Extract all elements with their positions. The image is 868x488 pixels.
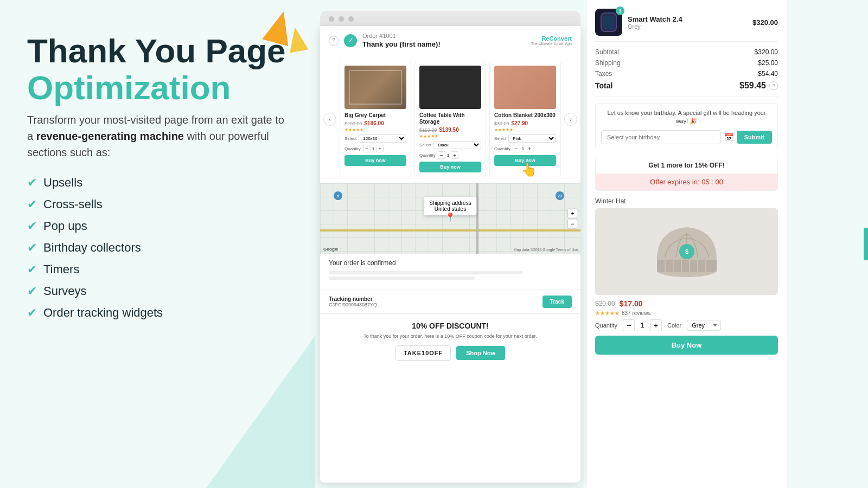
product-card-carpet: Big Grey Carpet $200.00 $186.00 ★★★★★ Se… <box>340 61 411 177</box>
carousel-next-button[interactable]: › <box>564 113 577 126</box>
map-tooltip-line2: United states <box>429 206 471 212</box>
hat-qty-plus[interactable]: + <box>650 319 662 331</box>
order-summary-header: 1 Smart Watch 2.4 Grey $320.00 <box>595 9 778 42</box>
discount-description: To thank you for your order, here is a 1… <box>329 333 572 340</box>
table-qty-minus[interactable]: − <box>438 151 445 159</box>
browser-dot-1 <box>329 16 334 22</box>
table-buy-button[interactable]: Buy now <box>419 162 481 172</box>
submit-button[interactable]: Submit <box>737 131 772 144</box>
table-qty-plus[interactable]: + <box>451 151 458 159</box>
cursor-icon: 👆 <box>521 162 537 177</box>
table-price-old: $150.00 <box>419 127 437 133</box>
feature-label-1: Upsells <box>43 176 82 190</box>
map-zoom-in[interactable]: + <box>567 209 577 219</box>
table-qty-label: Quantity <box>419 153 436 158</box>
hat-qty-control: − 1 + <box>623 319 662 331</box>
hat-stars-row: ★★★★★ 837 reviews <box>595 310 778 316</box>
carpet-price-new: $186.00 <box>365 120 384 126</box>
subtotal-value: $320.00 <box>755 48 778 56</box>
birthday-input[interactable] <box>601 130 721 144</box>
watch-quantity-badge: 1 <box>616 7 624 15</box>
map-zoom-out[interactable]: − <box>567 219 577 229</box>
map-background: 23 5 Shipping address United states 📍 + … <box>320 183 580 254</box>
map-attribution: Map data ©2018 Google Terms of Use <box>514 248 578 252</box>
check-icon-7: ✔ <box>27 306 37 320</box>
track-button[interactable]: Track <box>542 296 572 308</box>
hat-controls: Quantity − 1 + Color Grey Black White <box>595 319 778 331</box>
shipping-row: Shipping $25.00 <box>595 59 778 67</box>
right-panel: 1 Smart Watch 2.4 Grey $320.00 Subtotal … <box>586 0 787 488</box>
hat-section: Winter Hat <box>595 197 778 355</box>
shop-now-button[interactable]: Shop Now <box>456 346 505 360</box>
carpet-qty-control: − 1 + <box>363 145 384 152</box>
blanket-select[interactable]: Pink <box>508 134 556 143</box>
feature-crosssells: ✔Cross-sells <box>27 197 288 211</box>
total-info-icon[interactable]: ? <box>769 81 778 90</box>
carpet-qty-plus[interactable]: + <box>376 145 384 152</box>
google-maps-label: Google <box>323 247 339 252</box>
blanket-qty-row: Quantity − 1 + <box>494 145 556 152</box>
carpet-qty-minus[interactable]: − <box>363 145 371 152</box>
teal-edge-decoration <box>864 228 868 260</box>
total-row: Total $59.45 ? <box>595 81 778 91</box>
help-icon[interactable]: ? <box>329 36 339 46</box>
taxes-row: Taxes $54.40 <box>595 70 778 78</box>
table-select[interactable]: Black <box>433 141 481 149</box>
blanket-price-new: $27.90 <box>512 120 528 126</box>
watch-color: Grey <box>628 23 682 30</box>
birthday-input-row: 📅 Submit <box>601 130 772 144</box>
map-road-horizontal <box>320 229 580 232</box>
watch-details: Smart Watch 2.4 Grey <box>628 15 682 30</box>
check-circle: ✓ <box>344 34 357 47</box>
check-icon-1: ✔ <box>27 176 37 190</box>
feature-label-4: Birthday collectors <box>43 241 141 255</box>
feature-tracking: ✔Order tracking widgets <box>27 306 288 320</box>
offer-section: Get 1 more for 15% OFF! Offer expires in… <box>595 157 778 191</box>
carpet-image <box>344 66 406 109</box>
brand-sub: The Ultimate Upsell App <box>531 42 572 46</box>
feature-timers: ✔Timers <box>27 262 288 277</box>
hat-price-old: $20.00 <box>595 300 615 307</box>
order-header: ? ✓ Order #1001 Thank you (first name)! … <box>320 26 580 55</box>
blanket-name: Cotton Blanket 200x300 <box>494 112 556 119</box>
browser-chrome <box>320 11 580 26</box>
blanket-price-old: $30.00 <box>494 121 509 126</box>
hat-color-select[interactable]: Grey Black White <box>687 320 721 331</box>
map-section: 23 5 Shipping address United states 📍 + … <box>320 183 580 254</box>
hat-stars: ★★★★★ <box>595 310 620 316</box>
blanket-qty-label: Quantity <box>494 146 510 151</box>
table-qty-row: Quantity − 1 + <box>419 151 481 159</box>
buy-now-button[interactable]: Buy Now <box>595 336 778 355</box>
table-price-new: $139.50 <box>439 127 459 133</box>
total-value: $59.45 <box>739 81 766 91</box>
blanket-qty-plus[interactable]: + <box>526 145 533 152</box>
watch-screen <box>603 16 614 29</box>
watch-name: Smart Watch 2.4 <box>628 15 682 23</box>
carpet-select[interactable]: 120x30 <box>359 134 406 143</box>
center-panel: ? ✓ Order #1001 Thank you (first name)! … <box>315 0 586 488</box>
taxes-value: $54.40 <box>758 70 778 78</box>
carpet-qty-row: Quantity − 1 + <box>344 145 406 152</box>
feature-label-7: Order tracking widgets <box>43 306 163 320</box>
carpet-qty-label: Quantity <box>344 146 361 151</box>
taxes-label: Taxes <box>595 70 612 78</box>
carpet-price-old: $200.00 <box>344 121 362 126</box>
order-line-1 <box>329 271 523 274</box>
hat-price-new: $17.00 <box>620 299 643 308</box>
check-icon-2: ✔ <box>27 197 37 211</box>
subtotal-label: Subtotal <box>595 48 619 56</box>
browser-main: ? ✓ Order #1001 Thank you (first name)! … <box>320 26 580 483</box>
svg-text:S: S <box>685 249 688 255</box>
check-icon-6: ✔ <box>27 284 37 298</box>
order-lines <box>329 271 572 280</box>
carpet-buy-button[interactable]: Buy now <box>344 155 406 166</box>
carousel-prev-button[interactable]: ‹ <box>323 113 336 126</box>
tracking-label: Tracking number <box>329 296 377 302</box>
price-breakdown: Subtotal $320.00 Shipping $25.00 Taxes $… <box>595 48 778 97</box>
calendar-icon[interactable]: 📅 <box>724 133 733 142</box>
hat-qty-minus[interactable]: − <box>623 319 635 331</box>
order-line-2 <box>329 277 475 280</box>
blanket-qty-minus[interactable]: − <box>513 145 520 152</box>
brand-logo: ReConvert <box>541 35 572 42</box>
table-name: Coffee Table With Storage <box>419 112 481 125</box>
